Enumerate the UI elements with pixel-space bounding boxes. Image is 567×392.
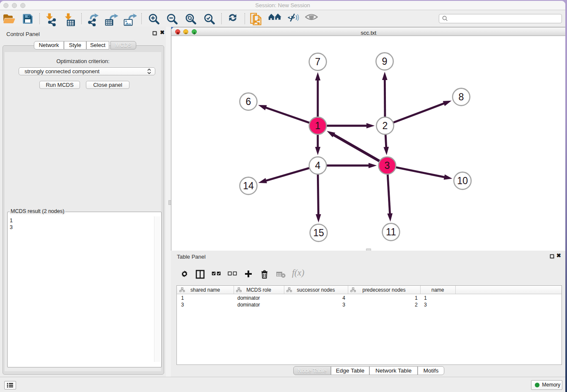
svg-text:6: 6	[246, 96, 251, 107]
svg-text:8: 8	[459, 91, 464, 102]
svg-text:1: 1	[315, 120, 321, 131]
svg-text:7: 7	[315, 56, 321, 67]
svg-text:11: 11	[386, 226, 396, 237]
svg-text:2: 2	[383, 120, 388, 131]
svg-text:14: 14	[243, 180, 254, 191]
svg-text:4: 4	[315, 160, 321, 171]
svg-text:9: 9	[382, 56, 388, 67]
svg-text:10: 10	[457, 175, 468, 186]
svg-text:3: 3	[385, 160, 390, 171]
svg-text:15: 15	[313, 227, 324, 238]
